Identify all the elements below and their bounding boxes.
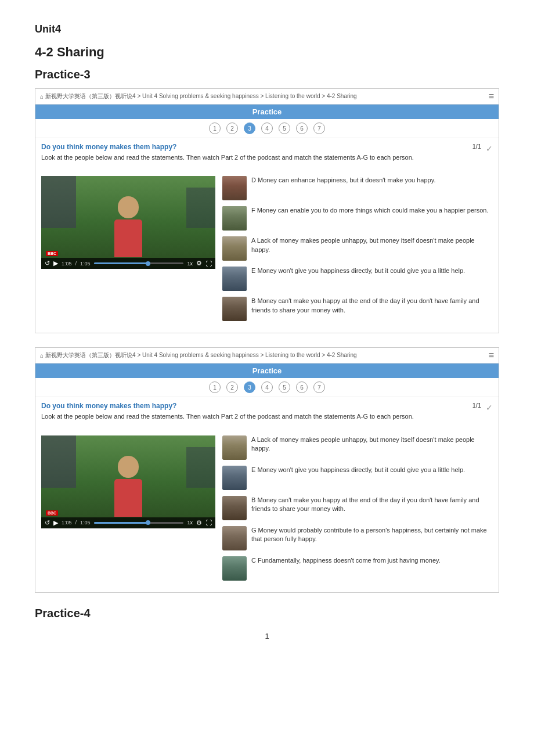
option2-A: A Lack of money makes people unhappy, bu… — [222, 435, 493, 460]
settings-btn-1[interactable]: ⚙ — [196, 260, 202, 267]
option-text2-B: B Money can't make you happy at the end … — [251, 496, 493, 514]
check-icon-2: ✓ — [486, 403, 493, 412]
replay-btn-2[interactable]: ↺ — [45, 519, 50, 527]
step-1[interactable]: 1 — [209, 123, 221, 134]
person-thumb-B — [222, 297, 247, 321]
fullscreen-btn-2[interactable]: ⛶ — [205, 519, 212, 526]
practice-box-1: ⌂ 新视野大学英语（第三版）视听说4 > Unit 4 Solving prob… — [35, 88, 499, 333]
total-time-2: 1:05 — [80, 520, 91, 525]
breadcrumb-text-1: 新视野大学英语（第三版）视听说4 > Unit 4 Solving proble… — [45, 92, 357, 100]
practice3-title: Practice-3 — [35, 68, 499, 81]
home-icon: ⌂ — [40, 93, 44, 100]
option2-C: C Fundamentally, happiness doesn't come … — [222, 556, 493, 581]
breadcrumb-2: ⌂ 新视野大学英语（第三版）视听说4 > Unit 4 Solving prob… — [35, 348, 499, 363]
question-text-1: Do you think money makes them happy? — [41, 143, 493, 151]
step-nav-1: 1 2 3 4 5 6 7 — [35, 119, 499, 138]
content-area-1: BBC ↺ ▶ 1:05 / 1:05 1x ⚙ ⛶ — [35, 170, 499, 333]
page-number: 1 — [35, 632, 499, 640]
step2-4[interactable]: 4 — [261, 381, 273, 393]
score-badge-1: 1/1 — [472, 143, 481, 150]
settings-btn-2[interactable]: ⚙ — [196, 519, 202, 527]
step2-7[interactable]: 7 — [313, 381, 325, 393]
check-icon-1: ✓ — [486, 144, 493, 153]
option-text-A: A Lack of money makes people unhappy, bu… — [251, 236, 493, 254]
person-thumb2-G — [222, 526, 247, 550]
breadcrumb-1: ⌂ 新视野大学英语（第三版）视听说4 > Unit 4 Solving prob… — [35, 89, 499, 105]
person-thumb2-E — [222, 466, 247, 490]
home-icon-2: ⌂ — [40, 352, 44, 359]
bbc-logo: BBC — [46, 251, 58, 256]
option-text-E: E Money won't give you happiness directl… — [251, 267, 465, 275]
speed-2[interactable]: 1x — [187, 520, 193, 525]
option-text-B: B Money can't make you happy at the end … — [251, 297, 493, 315]
person-thumb-A — [222, 236, 247, 261]
play-btn[interactable]: ▶ — [53, 260, 58, 267]
option2-G: G Money would probably contribute to a p… — [222, 526, 493, 550]
score-badge-2: 1/1 — [472, 402, 481, 409]
option2-E: E Money won't give you happiness directl… — [222, 466, 493, 490]
option-F: F Money can enable you to do more things… — [222, 206, 493, 231]
video-controls-1: ↺ ▶ 1:05 / 1:05 1x ⚙ ⛶ — [41, 258, 215, 269]
option-text2-C: C Fundamentally, happiness doesn't come … — [251, 556, 441, 565]
practice4-title: Practice-4 — [35, 607, 499, 620]
option-text-F: F Money can enable you to do more things… — [251, 206, 488, 215]
left-panel-2: BBC ↺ ▶ 1:05 / 1:05 1x ⚙ ⛶ — [41, 435, 215, 586]
total-time-1: 1:05 — [80, 261, 91, 267]
step-5[interactable]: 5 — [279, 123, 290, 134]
play-btn-2[interactable]: ▶ — [53, 519, 58, 527]
step-6[interactable]: 6 — [296, 123, 308, 134]
section-title: 4-2 Sharing — [35, 45, 499, 60]
video-controls-2: ↺ ▶ 1:05 / 1:05 1x ⚙ ⛶ — [41, 517, 215, 528]
step2-3[interactable]: 3 — [244, 381, 255, 393]
current-time-1: 1:05 — [62, 261, 72, 267]
progress-bar-1[interactable] — [94, 262, 184, 264]
instruction-text-2: Look at the people below and read the st… — [41, 412, 493, 421]
option-B: B Money can't make you happy at the end … — [222, 297, 493, 321]
breadcrumb-text-2: 新视野大学英语（第三版）视听说4 > Unit 4 Solving proble… — [45, 351, 357, 359]
option-text-D: D Money can enhance happiness, but it do… — [251, 176, 435, 185]
right-panel-2: A Lack of money makes people unhappy, bu… — [222, 435, 493, 586]
content-area-2: BBC ↺ ▶ 1:05 / 1:05 1x ⚙ ⛶ — [35, 430, 499, 592]
option-text2-G: G Money would probably contribute to a p… — [251, 526, 493, 544]
current-time-2: 1:05 — [62, 520, 72, 525]
left-panel-1: BBC ↺ ▶ 1:05 / 1:05 1x ⚙ ⛶ — [41, 176, 215, 327]
instruction-text-1: Look at the people below and read the st… — [41, 153, 493, 162]
progress-bar-2[interactable] — [94, 522, 184, 524]
step-7[interactable]: 7 — [313, 123, 325, 134]
menu-icon-1[interactable]: ≡ — [489, 91, 494, 102]
step-nav-2: 1 2 3 4 5 6 7 — [35, 378, 499, 397]
option-text2-A: A Lack of money makes people unhappy, bu… — [251, 435, 493, 453]
practice-header-2: Practice — [35, 363, 499, 378]
time-sep-1: / — [75, 261, 77, 267]
question-text-2: Do you think money makes them happy? — [41, 402, 493, 410]
video-player-2[interactable]: BBC ↺ ▶ 1:05 / 1:05 1x ⚙ ⛶ — [41, 435, 215, 528]
step2-2[interactable]: 2 — [226, 381, 238, 393]
step-3[interactable]: 3 — [244, 123, 255, 134]
fullscreen-btn-1[interactable]: ⛶ — [205, 260, 212, 267]
step2-1[interactable]: 1 — [209, 381, 221, 393]
bbc-logo-2: BBC — [46, 510, 58, 516]
person-thumb-D — [222, 176, 247, 200]
step-4[interactable]: 4 — [261, 123, 273, 134]
menu-icon-2[interactable]: ≡ — [489, 350, 494, 361]
practice-box-2: ⌂ 新视野大学英语（第三版）视听说4 > Unit 4 Solving prob… — [35, 347, 499, 592]
video-player-1[interactable]: BBC ↺ ▶ 1:05 / 1:05 1x ⚙ ⛶ — [41, 176, 215, 269]
unit-title: Unit4 — [35, 23, 499, 35]
option-text2-E: E Money won't give you happiness directl… — [251, 466, 465, 474]
person-thumb2-A — [222, 435, 247, 460]
person-thumb2-C — [222, 556, 247, 581]
practice-header-1: Practice — [35, 105, 499, 119]
person-thumb2-B — [222, 496, 247, 520]
option2-B: B Money can't make you happy at the end … — [222, 496, 493, 520]
time-sep-2: / — [75, 520, 77, 525]
step2-6[interactable]: 6 — [296, 381, 308, 393]
right-panel-1: D Money can enhance happiness, but it do… — [222, 176, 493, 327]
option-E: E Money won't give you happiness directl… — [222, 267, 493, 291]
step2-5[interactable]: 5 — [279, 381, 290, 393]
step-2[interactable]: 2 — [226, 123, 238, 134]
replay-btn[interactable]: ↺ — [45, 260, 50, 267]
person-thumb-F — [222, 206, 247, 231]
option-A: A Lack of money makes people unhappy, bu… — [222, 236, 493, 261]
speed-1[interactable]: 1x — [187, 261, 193, 267]
option-D: D Money can enhance happiness, but it do… — [222, 176, 493, 200]
